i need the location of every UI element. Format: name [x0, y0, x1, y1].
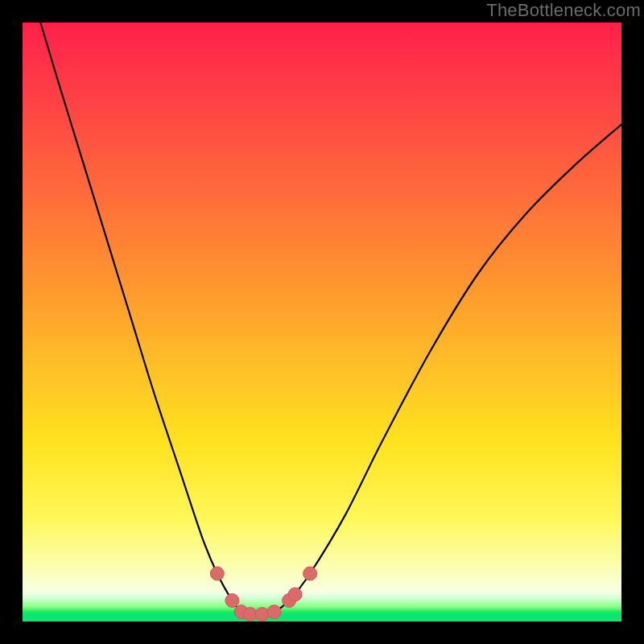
curve-layer	[23, 23, 621, 621]
watermark-text: TheBottleneck.com	[486, 0, 641, 21]
curve-marker	[255, 608, 269, 621]
plot-area	[23, 23, 621, 621]
chart-frame: TheBottleneck.com	[0, 0, 644, 644]
curve-marker	[288, 588, 302, 601]
curve-marker	[210, 567, 224, 580]
curve-marker	[267, 605, 281, 619]
curve-marker	[225, 594, 239, 608]
bottleneck-curve-path	[40, 23, 621, 614]
curve-marker	[303, 567, 317, 580]
